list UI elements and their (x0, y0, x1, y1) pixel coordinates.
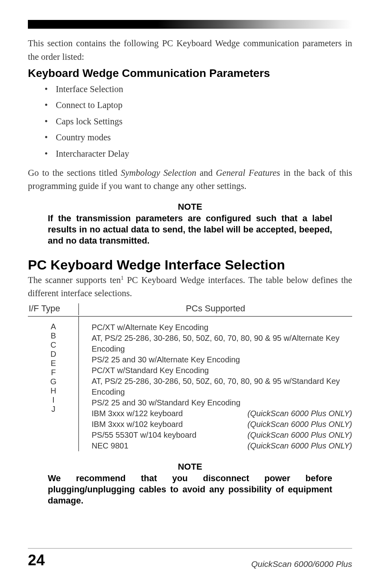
list-item: Interface Selection (56, 83, 352, 96)
table-row: PC/XT w/Alternate Key Encoding (79, 322, 352, 333)
desc-text: PC/XT w/Standard Key Encoding (92, 365, 348, 376)
text-fragment: and (196, 168, 216, 178)
table-row: PS/2 25 and 30 w/Standard Key Encoding (79, 397, 352, 408)
page-footer: 24 QuickScan 6000/6000 Plus (28, 548, 352, 569)
description-column: PC/XT w/Alternate Key Encoding AT, PS/2 … (79, 317, 352, 451)
col-header-pcs: PCs Supported (79, 303, 352, 315)
note-body: If the transmission parameters are confi… (48, 213, 332, 246)
table-row: IBM 3xxx w/122 keyboard(QuickScan 6000 P… (79, 408, 352, 419)
type-cell: E (28, 359, 79, 368)
desc-note: (QuickScan 6000 Plus ONLY) (243, 430, 352, 441)
table-row: AT, PS/2 25-286, 30-286, 50, 50Z, 60, 70… (79, 376, 352, 397)
note-title: NOTE (48, 462, 332, 472)
page-number: 24 (28, 552, 45, 569)
type-column: A B C D E F G H I J (28, 317, 79, 451)
desc-text: PS/2 25 and 30 w/Standard Key Encoding (92, 397, 348, 408)
note-title: NOTE (48, 202, 332, 212)
intro-paragraph: This section contains the following PC K… (28, 37, 352, 64)
note-block: NOTE If the transmission parameters are … (48, 202, 332, 246)
desc-note (348, 365, 352, 376)
list-item: Caps lock Settings (56, 115, 352, 128)
type-cell: C (28, 340, 79, 350)
heading-parameters: Keyboard Wedge Communication Parameters (28, 67, 352, 80)
note-block: NOTE We recommend that you disconnect po… (48, 462, 332, 506)
type-cell: G (28, 377, 79, 386)
col-header-type: I/F Type (28, 303, 79, 315)
table-row: PC/XT w/Standard Key Encoding (79, 365, 352, 376)
list-item: Country modes (56, 131, 352, 144)
text-fragment: Go to the sections titled (28, 168, 121, 178)
desc-text: AT, PS/2 25-286, 30-286, 50, 50Z, 60, 70… (92, 376, 348, 397)
heading-interface-selection: PC Keyboard Wedge Interface Selection (28, 257, 352, 273)
note-body: We recommend that you disconnect power b… (48, 473, 332, 506)
header-bar (28, 20, 352, 29)
table-row: PS/2 25 and 30 w/Alternate Key Encoding (79, 354, 352, 365)
desc-note: (QuickScan 6000 Plus ONLY) (243, 441, 352, 451)
desc-note (348, 333, 352, 354)
desc-note (348, 354, 352, 365)
page: This section contains the following PC K… (0, 0, 380, 588)
type-cell: H (28, 386, 79, 395)
type-cell: F (28, 368, 79, 377)
general-features-ref: General Features (216, 168, 280, 178)
list-item: Connect to Laptop (56, 99, 352, 112)
desc-text: PS/2 25 and 30 w/Alternate Key Encoding (92, 354, 348, 365)
desc-text: AT, PS/2 25-286, 30-286, 50, 50Z, 60, 70… (92, 333, 348, 354)
desc-note: (QuickScan 6000 Plus ONLY) (243, 419, 352, 430)
table-row: NEC 9801(QuickScan 6000 Plus ONLY) (79, 441, 352, 451)
desc-note: (QuickScan 6000 Plus ONLY) (243, 408, 352, 419)
desc-text: PS/55 5530T w/104 keyboard (92, 430, 243, 441)
type-cell: D (28, 350, 79, 359)
desc-text: NEC 9801 (92, 441, 243, 451)
footer-title: QuickScan 6000/6000 Plus (251, 559, 352, 569)
desc-text: IBM 3xxx w/102 keyboard (92, 419, 243, 430)
scanner-supports-paragraph: The scanner supports ten1 PC Keyboard We… (28, 273, 352, 301)
type-cell: A (28, 322, 79, 331)
desc-note (348, 397, 352, 408)
type-cell: J (28, 405, 79, 414)
type-cell: B (28, 331, 79, 340)
desc-text: PC/XT w/Alternate Key Encoding (92, 322, 348, 333)
text-fragment: The scanner supports ten (28, 275, 121, 285)
symbology-ref: Symbology Selection (121, 168, 196, 178)
list-item: Intercharacter Delay (56, 147, 352, 161)
table-row: AT, PS/2 25-286, 30-286, 50, 50Z, 60, 70… (79, 333, 352, 354)
table-row: IBM 3xxx w/102 keyboard(QuickScan 6000 P… (79, 419, 352, 430)
desc-text: IBM 3xxx w/122 keyboard (92, 408, 243, 419)
desc-note (348, 322, 352, 333)
desc-note (348, 376, 352, 397)
table-row: PS/55 5530T w/104 keyboard(QuickScan 600… (79, 430, 352, 441)
interface-table: I/F Type PCs Supported A B C D E F G H I… (28, 303, 352, 451)
type-cell: I (28, 395, 79, 405)
table-body: A B C D E F G H I J PC/XT w/Alternate Ke… (28, 317, 352, 451)
goto-paragraph: Go to the sections titled Symbology Sele… (28, 166, 352, 193)
parameters-list: Interface Selection Connect to Laptop Ca… (28, 83, 352, 161)
table-header-row: I/F Type PCs Supported (28, 303, 352, 317)
